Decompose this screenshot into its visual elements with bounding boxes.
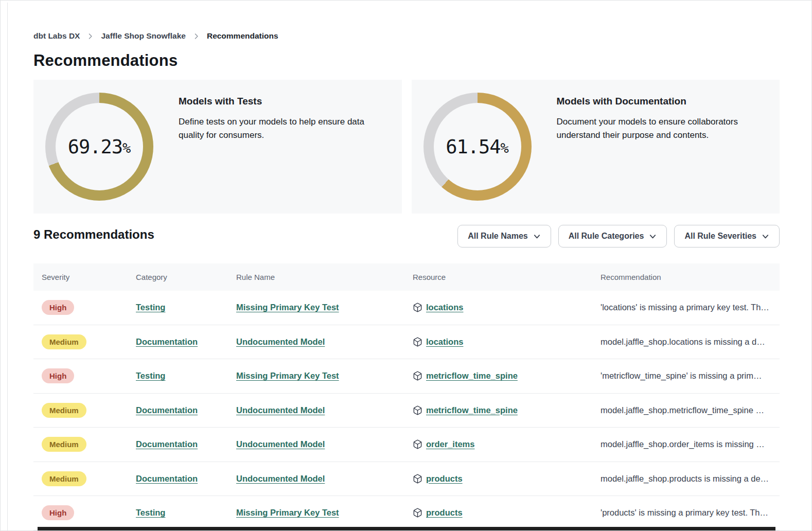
chevron-right-icon <box>193 33 200 40</box>
card-title: Models with Documentation <box>557 96 768 107</box>
table-row: Medium Documentation Undocumented Model … <box>33 394 780 428</box>
recommendations-table: Severity Category Rule Name Resource Rec… <box>33 263 780 530</box>
donut-ring: 61.54% <box>423 93 532 201</box>
card-description: Define tests on your models to help ensu… <box>179 115 390 143</box>
card-title: Models with Tests <box>179 96 390 107</box>
category-link[interactable]: Documentation <box>136 474 198 483</box>
resource-link[interactable]: metricflow_time_spine <box>426 371 518 381</box>
chevron-down-icon <box>649 233 657 240</box>
table-row: Medium Documentation Undocumented Model … <box>33 325 780 360</box>
filter-rule-severities-dropdown[interactable]: All Rule Severities <box>674 225 780 247</box>
table-row: High Testing Missing Primary Key Test pr… <box>33 496 780 530</box>
chevron-down-icon <box>533 233 541 240</box>
rule-name-link[interactable]: Missing Primary Key Test <box>236 371 339 380</box>
column-header-recommendation: Recommendation <box>592 273 780 281</box>
category-link[interactable]: Documentation <box>136 405 198 415</box>
rule-name-link[interactable]: Undocumented Model <box>236 405 325 415</box>
chevron-down-icon <box>762 233 769 240</box>
model-cube-icon <box>413 371 422 381</box>
model-cube-icon <box>413 303 422 312</box>
rule-name-link[interactable]: Undocumented Model <box>236 474 325 483</box>
horizontal-scrollbar[interactable] <box>38 527 775 530</box>
recommendation-text: model.jaffle_shop.locations is missing a… <box>592 337 780 347</box>
filter-rule-categories-dropdown[interactable]: All Rule Categories <box>558 225 667 247</box>
column-header-resource: Resource <box>404 273 592 281</box>
column-header-severity: Severity <box>33 273 128 281</box>
breadcrumb: dbt Labs DX Jaffle Shop Snowflake Recomm… <box>33 31 278 41</box>
filter-label: All Rule Names <box>468 232 527 241</box>
tests-donut-chart: 69.23% <box>45 93 154 201</box>
filter-label: All Rule Severities <box>684 232 756 241</box>
table-row: High Testing Missing Primary Key Test me… <box>33 359 780 394</box>
tests-percent-value: 69.23% <box>45 93 153 201</box>
resource-link[interactable]: metricflow_time_spine <box>426 405 518 415</box>
recommendation-text: 'metricflow_time_spine' is missing a pri… <box>592 371 780 381</box>
breadcrumb-item-dbt-labs-dx[interactable]: dbt Labs DX <box>33 31 80 41</box>
resource-link[interactable]: products <box>426 508 463 518</box>
category-link[interactable]: Testing <box>136 508 165 517</box>
column-header-rule-name: Rule Name <box>228 273 404 281</box>
category-link[interactable]: Documentation <box>136 439 198 449</box>
model-cube-icon <box>413 337 422 347</box>
recommendations-count: 9 Recommendations <box>33 227 154 242</box>
severity-badge: High <box>42 300 74 315</box>
summary-cards: 69.23% Models with Tests Define tests on… <box>33 80 780 214</box>
table-row: High Testing Missing Primary Key Test lo… <box>33 291 780 325</box>
recommendation-text: 'locations' is missing a primary key tes… <box>592 303 780 312</box>
resource-link[interactable]: locations <box>426 337 463 347</box>
rule-name-link[interactable]: Missing Primary Key Test <box>236 303 339 312</box>
resource-link[interactable]: locations <box>426 303 463 312</box>
severity-badge: Medium <box>42 403 86 418</box>
severity-badge: Medium <box>42 471 86 486</box>
model-cube-icon <box>413 439 422 449</box>
donut-ring: 69.23% <box>45 93 153 201</box>
chevron-right-icon <box>87 33 94 40</box>
severity-badge: High <box>42 505 74 520</box>
category-link[interactable]: Testing <box>136 371 165 380</box>
model-cube-icon <box>413 474 422 484</box>
table-body: High Testing Missing Primary Key Test lo… <box>33 291 780 530</box>
resource-link[interactable]: order_items <box>426 439 474 449</box>
table-row: Medium Documentation Undocumented Model … <box>33 462 780 497</box>
table-row: Medium Documentation Undocumented Model … <box>33 428 780 462</box>
page-title: Recommendations <box>33 51 178 70</box>
rule-name-link[interactable]: Undocumented Model <box>236 337 325 346</box>
model-cube-icon <box>413 405 422 415</box>
model-cube-icon <box>413 508 422 518</box>
filter-rule-names-dropdown[interactable]: All Rule Names <box>457 225 551 247</box>
documentation-percent-value: 61.54% <box>423 93 532 201</box>
resource-link[interactable]: products <box>426 474 463 484</box>
breadcrumb-item-jaffle-shop-snowflake[interactable]: Jaffle Shop Snowflake <box>101 31 186 41</box>
severity-badge: Medium <box>42 437 86 452</box>
severity-badge: Medium <box>42 334 86 349</box>
page-left-divider <box>7 3 8 530</box>
column-header-category: Category <box>128 273 228 281</box>
recommendation-text: model.jaffle_shop.order_items is missing… <box>592 439 780 449</box>
filter-label: All Rule Categories <box>569 232 644 241</box>
card-models-with-documentation: 61.54% Models with Documentation Documen… <box>412 80 780 214</box>
card-models-with-tests: 69.23% Models with Tests Define tests on… <box>33 80 402 214</box>
recommendation-text: 'products' is missing a primary key test… <box>592 508 780 518</box>
rule-name-link[interactable]: Missing Primary Key Test <box>236 508 339 517</box>
card-description: Document your models to ensure collabora… <box>557 115 768 143</box>
table-header-row: Severity Category Rule Name Resource Rec… <box>33 263 780 291</box>
breadcrumb-item-recommendations: Recommendations <box>207 31 278 41</box>
severity-badge: High <box>42 368 74 383</box>
category-link[interactable]: Testing <box>136 303 165 312</box>
recommendation-text: model.jaffle_shop.metricflow_time_spine … <box>592 405 780 415</box>
category-link[interactable]: Documentation <box>136 337 198 346</box>
rule-name-link[interactable]: Undocumented Model <box>236 439 325 449</box>
documentation-donut-chart: 61.54% <box>423 93 532 201</box>
recommendation-text: model.jaffle_shop.products is missing a … <box>592 474 780 484</box>
filter-bar: All Rule Names All Rule Categories All R… <box>457 225 780 247</box>
